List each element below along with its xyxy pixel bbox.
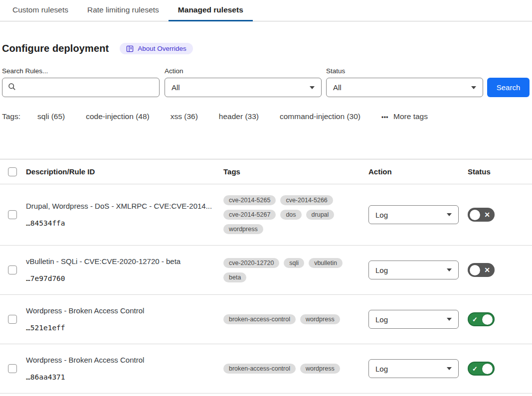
- action-filter-select[interactable]: All: [165, 78, 322, 97]
- row-checkbox[interactable]: [8, 210, 17, 219]
- search-rules-label: Search Rules...: [2, 67, 160, 75]
- tag-pill: beta: [223, 272, 246, 282]
- about-overrides-link[interactable]: About Overrides: [120, 43, 193, 54]
- tab-custom-rulesets[interactable]: Custom rulesets: [3, 0, 78, 21]
- tag-pill: wordpress: [223, 224, 263, 234]
- row-checkbox[interactable]: [8, 265, 17, 274]
- column-header-tags: Tags: [223, 167, 368, 176]
- toggle-knob: [470, 210, 480, 220]
- rule-action-select[interactable]: Log: [368, 359, 459, 378]
- tag-pill: sqli: [284, 258, 304, 268]
- column-header-action: Action: [368, 167, 468, 176]
- row-checkbox[interactable]: [8, 315, 17, 324]
- chevron-down-icon: [447, 318, 452, 321]
- tab-bar: Custom rulesets Rate limiting rulesets M…: [0, 0, 532, 21]
- ellipsis-icon: •••: [381, 114, 388, 121]
- tag-pill: drupal: [306, 210, 335, 220]
- table-row: Wordpress - Broken Access Control …521e1…: [0, 295, 532, 344]
- rule-status-toggle[interactable]: ✕: [468, 208, 495, 222]
- toggle-state-icon: ✕: [482, 266, 493, 273]
- rule-tags: broken-access-controlwordpress: [223, 364, 368, 374]
- status-filter-value: All: [333, 83, 342, 92]
- tag-pill: wordpress: [300, 314, 340, 324]
- table-row: Drupal, Wordpress - DoS - XMLRPC - CVE:C…: [0, 184, 532, 246]
- tags-label: Tags:: [2, 112, 20, 121]
- row-checkbox[interactable]: [8, 364, 17, 373]
- tag-filter-command-injection[interactable]: command-injection (30): [280, 112, 360, 121]
- rule-action-value: Log: [375, 315, 388, 324]
- toggle-knob: [482, 364, 493, 374]
- rule-id: …521e1eff: [26, 323, 223, 333]
- chevron-down-icon: [471, 86, 476, 89]
- about-overrides-label: About Overrides: [138, 45, 186, 52]
- search-button[interactable]: Search: [487, 78, 530, 97]
- search-icon: [8, 83, 16, 93]
- rule-status-toggle[interactable]: ✕: [468, 263, 495, 277]
- rule-action-select[interactable]: Log: [368, 205, 459, 224]
- rule-description: vBulletin - SQLi - CVE:CVE-2020-12720 - …: [26, 257, 223, 266]
- more-tags-label: More tags: [393, 112, 428, 121]
- search-input-wrap: [2, 78, 160, 97]
- tag-pill: broken-access-control: [223, 314, 296, 324]
- rule-tags: cve-2014-5265cve-2014-5266cve-2014-5267d…: [223, 195, 368, 234]
- search-rules-input[interactable]: [20, 83, 154, 92]
- chevron-down-icon: [447, 367, 452, 370]
- toggle-state-icon: ✕: [482, 211, 493, 218]
- rule-action-select[interactable]: Log: [368, 310, 459, 329]
- tag-pill: cve-2014-5265: [223, 195, 276, 205]
- rule-tags: cve-2020-12720sqlivbulletinbeta: [223, 258, 368, 282]
- column-header-status: Status: [468, 167, 532, 176]
- tag-filter-code-injection[interactable]: code-injection (48): [86, 112, 150, 121]
- tag-pill: cve-2014-5267: [223, 210, 276, 220]
- book-icon: [126, 45, 134, 52]
- tag-pill: vbulletin: [309, 258, 343, 268]
- tag-pill: broken-access-control: [223, 364, 296, 374]
- table-row: Wordpress - Broken Access Control …86aa4…: [0, 344, 532, 394]
- column-header-description: Description/Rule ID: [26, 167, 223, 176]
- chevron-down-icon: [447, 213, 452, 216]
- chevron-down-icon: [310, 86, 315, 89]
- tag-pill: cve-2020-12720: [223, 258, 279, 268]
- status-filter-select[interactable]: All: [326, 78, 483, 97]
- rule-tags: broken-access-controlwordpress: [223, 314, 368, 324]
- table-header-row: Description/Rule ID Tags Action Status: [0, 159, 532, 184]
- tag-pill: dos: [280, 210, 301, 220]
- tag-pill: wordpress: [300, 364, 340, 374]
- rule-action-value: Log: [375, 266, 388, 274]
- rule-action-value: Log: [375, 211, 388, 219]
- tag-pill: cve-2014-5266: [280, 195, 333, 205]
- table-row: vBulletin - SQLi - CVE:CVE-2020-12720 - …: [0, 246, 532, 295]
- tag-filter-sqli[interactable]: sqli (65): [37, 112, 65, 121]
- rule-description: Wordpress - Broken Access Control: [26, 306, 223, 316]
- rule-status-toggle[interactable]: ✓: [468, 312, 495, 326]
- rule-id: …86aa4371: [26, 372, 223, 382]
- action-filter-label: Action: [165, 67, 322, 75]
- rule-description: Drupal, Wordpress - DoS - XMLRPC - CVE:C…: [26, 201, 223, 211]
- toggle-knob: [482, 314, 493, 325]
- toggle-state-icon: ✓: [470, 366, 480, 372]
- rule-id: …84534ffa: [26, 218, 223, 228]
- tag-filter-header[interactable]: header (33): [219, 112, 259, 121]
- rule-action-value: Log: [375, 365, 388, 373]
- rule-description: Wordpress - Broken Access Control: [26, 355, 223, 365]
- tag-filter-xss[interactable]: xss (36): [171, 112, 198, 121]
- toggle-knob: [470, 265, 480, 275]
- select-all-checkbox[interactable]: [8, 167, 17, 176]
- chevron-down-icon: [447, 268, 452, 271]
- rule-id: …7e97d760: [26, 273, 223, 283]
- action-filter-value: All: [172, 83, 180, 92]
- tab-rate-limiting-rulesets[interactable]: Rate limiting rulesets: [78, 0, 169, 21]
- tab-managed-rulesets[interactable]: Managed rulesets: [169, 0, 253, 21]
- toggle-state-icon: ✓: [470, 316, 480, 323]
- managed-rulesets-panel: Configure deployment About Overrides Sea…: [0, 43, 532, 394]
- rule-action-select[interactable]: Log: [368, 261, 459, 279]
- status-filter-label: Status: [326, 67, 483, 75]
- rules-table: Description/Rule ID Tags Action Status D…: [0, 159, 532, 394]
- tags-bar: Tags: sqli (65) code-injection (48) xss …: [2, 112, 532, 121]
- rule-status-toggle[interactable]: ✓: [468, 362, 495, 376]
- more-tags-button[interactable]: ••• More tags: [381, 112, 428, 121]
- page-title: Configure deployment: [2, 43, 109, 54]
